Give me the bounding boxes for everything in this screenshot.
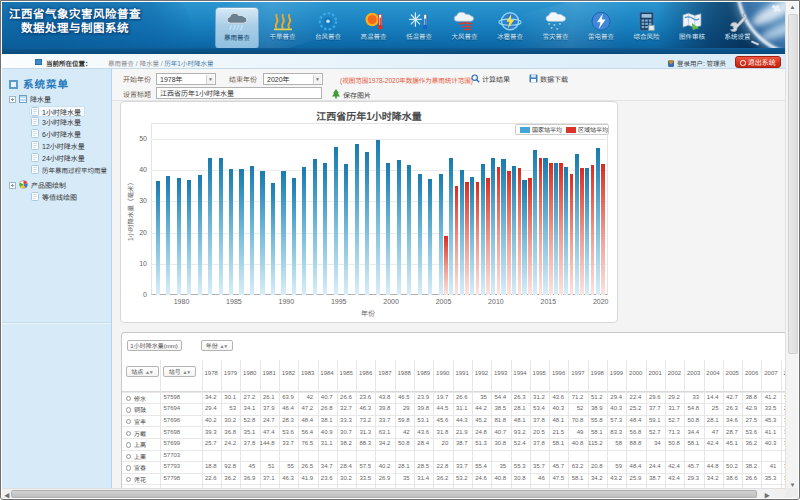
svg-text:*: * xyxy=(553,23,555,29)
svg-text:*: * xyxy=(556,27,558,32)
svg-text:*: * xyxy=(558,22,560,28)
svg-text:*: * xyxy=(550,26,552,32)
svg-text:*: * xyxy=(547,22,549,28)
